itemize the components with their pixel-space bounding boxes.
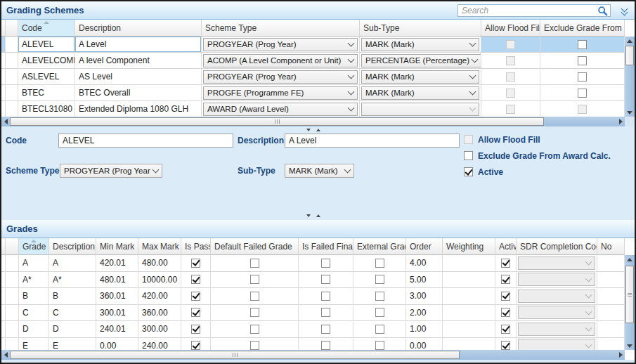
cell-description[interactable]: A Level — [75, 37, 202, 53]
search-box[interactable] — [457, 4, 611, 17]
external-grade-checkbox[interactable] — [375, 308, 384, 317]
column-header-sdr-completion-code[interactable]: SDR Completion Code — [517, 238, 597, 255]
is-failed-final-checkbox[interactable] — [321, 292, 330, 301]
grade-table-row[interactable]: C C 300.01 360.00 2.00 — [1, 305, 625, 322]
cell-min-mark[interactable]: 300.01 — [96, 305, 138, 322]
row-selector[interactable] — [6, 85, 18, 101]
allow-flood-fill-checkbox[interactable] — [464, 135, 473, 144]
scroll-down-arrow[interactable] — [625, 108, 635, 117]
active-checkbox[interactable] — [501, 308, 510, 317]
cell-order[interactable]: 3.00 — [406, 288, 443, 305]
row-selector[interactable] — [6, 288, 19, 305]
external-grade-checkbox[interactable] — [375, 259, 384, 268]
is-pass-checkbox[interactable] — [191, 308, 200, 317]
scheme-type-dropdown[interactable]: PROGYEAR (Prog Year) — [203, 38, 358, 51]
exclude-grade-checkbox[interactable] — [578, 72, 587, 82]
cell-weighting[interactable] — [443, 272, 495, 289]
row-selector[interactable] — [6, 37, 18, 53]
is-failed-final-checkbox[interactable] — [321, 308, 330, 317]
exclude-grade-checkbox[interactable] — [578, 56, 587, 65]
scheme-table-row[interactable]: BTEC BTEC Overall PROGFE (Programme FE) … — [1, 85, 625, 101]
sub-type-dropdown[interactable]: MARK (Mark) — [361, 38, 479, 51]
allow-flood-fill-checkbox[interactable] — [506, 72, 515, 82]
cell-code[interactable]: BTEC — [18, 85, 75, 101]
column-header-grade[interactable]: Grade — [19, 238, 49, 255]
scroll-left-arrow[interactable] — [1, 350, 10, 360]
scroll-right-arrow[interactable] — [616, 117, 625, 126]
row-selector[interactable] — [6, 69, 18, 85]
cell-weighting[interactable] — [443, 288, 495, 305]
external-grade-checkbox[interactable] — [375, 292, 384, 301]
is-pass-checkbox[interactable] — [191, 275, 200, 284]
column-header-order[interactable]: Order — [406, 238, 443, 255]
scroll-right-arrow[interactable] — [616, 350, 625, 360]
cell-no[interactable] — [597, 321, 625, 338]
sub-type-dropdown[interactable]: MARK (Mark) — [361, 86, 479, 100]
is-pass-checkbox[interactable] — [191, 292, 200, 301]
cell-no[interactable] — [597, 288, 625, 305]
column-header-weighting[interactable]: Weighting — [443, 238, 495, 255]
grade-table-row[interactable]: A A 420.01 480.00 4.00 — [1, 255, 625, 272]
cell-min-mark[interactable]: 360.01 — [96, 288, 138, 305]
cell-order[interactable]: 5.00 — [406, 272, 443, 289]
grade-table-row[interactable]: E E 0.00 240.00 0.00 — [1, 338, 625, 351]
description-field[interactable] — [285, 134, 460, 148]
row-selector[interactable] — [6, 338, 19, 351]
cell-order[interactable]: 2.00 — [406, 305, 443, 322]
column-header-code[interactable]: Code — [18, 20, 75, 37]
active-checkbox[interactable] — [501, 341, 510, 350]
default-failed-grade-checkbox[interactable] — [250, 308, 259, 317]
cell-no[interactable] — [597, 272, 625, 289]
scheme-type-dropdown[interactable]: ACOMP (A Level Component or Unit) — [203, 54, 358, 67]
cell-code[interactable]: ASLEVEL — [18, 69, 75, 85]
column-header-external-grade[interactable]: External Grade — [353, 238, 406, 255]
default-failed-grade-checkbox[interactable] — [250, 275, 259, 284]
schemes-horizontal-scrollbar[interactable] — [1, 117, 625, 126]
splitter-handle[interactable] — [1, 127, 625, 133]
cell-order[interactable]: 0.00 — [406, 338, 443, 351]
cell-grade[interactable]: D — [19, 321, 49, 338]
column-header-min-mark[interactable]: Min Mark — [96, 238, 138, 255]
allow-flood-fill-checkbox[interactable] — [506, 40, 515, 49]
exclude-grade-checkbox[interactable] — [578, 40, 587, 49]
column-header-active[interactable]: Active — [495, 238, 517, 255]
cell-max-mark[interactable]: 360.00 — [138, 305, 181, 322]
sub-type-dropdown[interactable]: MARK (Mark) — [285, 164, 354, 178]
grade-table-row[interactable]: B B 360.01 420.00 3.00 — [1, 288, 625, 305]
column-header-default-failed-grade[interactable]: Default Failed Grade — [211, 238, 299, 255]
cell-description[interactable]: D — [49, 321, 96, 338]
column-header-exclude-grade-from[interactable]: Exclude Grade From — [540, 20, 625, 37]
cell-description[interactable]: A — [49, 255, 96, 272]
cell-code[interactable]: ALEVELCOMP — [18, 53, 75, 69]
sub-type-dropdown[interactable] — [361, 103, 479, 116]
row-selector[interactable] — [6, 53, 18, 69]
grades-horizontal-scrollbar[interactable] — [1, 350, 625, 360]
cell-grade[interactable]: A* — [19, 272, 49, 289]
grade-table-row[interactable]: D D 240.01 300.00 1.00 — [1, 321, 625, 338]
cell-order[interactable]: 4.00 — [406, 255, 443, 272]
collapse-panel-icon[interactable] — [621, 6, 629, 15]
cell-min-mark[interactable]: 420.01 — [96, 255, 138, 272]
sdr-completion-code-dropdown[interactable] — [518, 306, 595, 319]
active-checkbox[interactable] — [464, 167, 473, 176]
sdr-completion-code-dropdown[interactable] — [518, 256, 595, 270]
exclude-grade-checkbox[interactable] — [464, 151, 473, 160]
column-header-no[interactable]: No — [597, 238, 625, 255]
column-header-description[interactable]: Description — [49, 238, 96, 255]
cell-description[interactable]: AS Level — [75, 69, 202, 85]
allow-flood-fill-checkbox[interactable] — [506, 89, 515, 98]
external-grade-checkbox[interactable] — [375, 341, 384, 350]
cell-grade[interactable]: E — [19, 338, 49, 351]
cell-no[interactable] — [597, 338, 625, 351]
code-field[interactable] — [58, 134, 233, 148]
cell-description[interactable]: E — [49, 338, 96, 351]
schemes-vertical-scrollbar[interactable] — [625, 37, 635, 117]
is-failed-final-checkbox[interactable] — [321, 325, 330, 334]
cell-min-mark[interactable]: 0.00 — [96, 338, 138, 351]
exclude-grade-checkbox[interactable] — [578, 89, 587, 98]
row-selector[interactable] — [6, 272, 19, 289]
scheme-table-row[interactable]: ALEVEL A Level PROGYEAR (Prog Year) MARK… — [1, 37, 625, 53]
allow-flood-fill-checkbox[interactable] — [506, 56, 515, 65]
row-selector[interactable] — [6, 255, 19, 272]
column-header-max-mark[interactable]: Max Mark — [138, 238, 181, 255]
